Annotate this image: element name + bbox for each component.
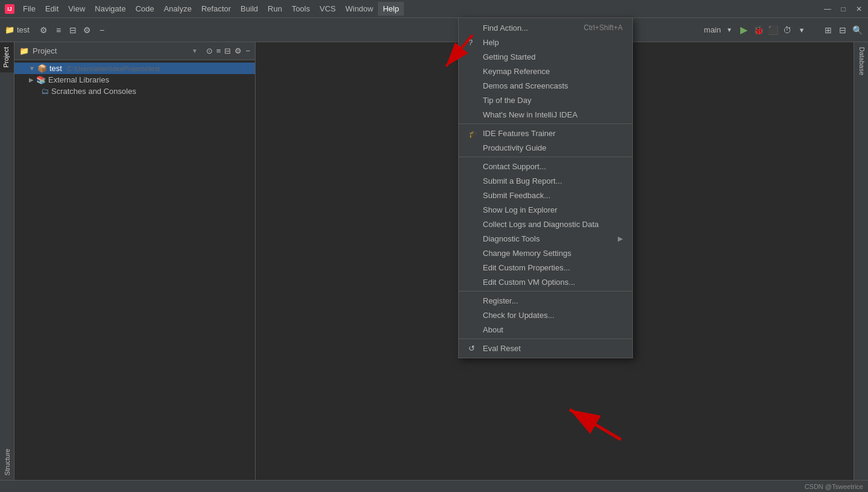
- menu-bar: File Edit View Navigate Code Analyze Ref…: [18, 2, 404, 16]
- app-logo: IJ: [5, 4, 14, 14]
- toolbar-minus-icon[interactable]: −: [96, 24, 108, 36]
- menu-run[interactable]: Run: [263, 2, 287, 16]
- menu-help[interactable]: Help: [378, 2, 404, 16]
- edit-vm-label: Edit Custom VM Options...: [483, 278, 575, 287]
- close-button[interactable]: ✕: [855, 5, 863, 13]
- menu-find-action[interactable]: Find Action... Ctrl+Shift+A: [459, 20, 632, 35]
- check-updates-label: Check for Updates...: [483, 311, 555, 320]
- split-layout-icon[interactable]: ⊟: [837, 24, 849, 36]
- panel-header: 📁 Project ▼ ⊙ ≡ ⊟ ⚙ −: [14, 42, 255, 60]
- menu-demos[interactable]: Demos and Screencasts: [459, 78, 632, 93]
- menu-contact-support[interactable]: Contact Support...: [459, 159, 632, 173]
- help-dropdown: Find Action... Ctrl+Shift+A ? Help Getti…: [458, 17, 633, 358]
- diagnostic-tools-label: Diagnostic Tools: [483, 234, 539, 243]
- minimize-button[interactable]: —: [823, 5, 832, 13]
- debug-button[interactable]: 🐞: [752, 24, 764, 36]
- panel-icon-scope[interactable]: ⊙: [206, 46, 213, 55]
- productivity-label: Productivity Guide: [483, 143, 547, 152]
- tree-item-scratches[interactable]: 🗂 Scratches and Consoles: [14, 86, 255, 97]
- menu-build[interactable]: Build: [236, 2, 263, 16]
- panel-icon-sort[interactable]: ≡: [216, 46, 221, 55]
- register-label: Register...: [483, 296, 518, 305]
- tree-item-external-libs[interactable]: ▶ 📚 External Libraries: [14, 74, 255, 86]
- menu-show-log[interactable]: Show Log in Explorer: [459, 202, 632, 217]
- menu-change-memory[interactable]: Change Memory Settings: [459, 246, 632, 260]
- contact-support-label: Contact Support...: [483, 162, 546, 171]
- toolbar: 📁 test ⚙ ≡ ⊟ ⚙ − main ▼ ▶ 🐞 ⬛ ⏱ ▼ ⊞ ⊟ 🔍: [0, 18, 868, 42]
- menu-collect-logs[interactable]: Collect Logs and Diagnostic Data: [459, 217, 632, 231]
- menu-about[interactable]: About: [459, 322, 632, 337]
- maximize-button[interactable]: □: [839, 5, 848, 13]
- tree-item-test[interactable]: ▼ 📦 test C:\Users\allen\IdeaProjects\tes…: [14, 63, 255, 74]
- toolbar-align-icon[interactable]: ≡: [52, 24, 64, 36]
- menu-tools[interactable]: Tools: [287, 2, 315, 16]
- menu-vcs[interactable]: VCS: [315, 2, 341, 16]
- menu-tip-of-day[interactable]: Tip of the Day: [459, 93, 632, 107]
- menu-submit-feedback[interactable]: Submit Feedback...: [459, 188, 632, 202]
- menu-submit-bug[interactable]: Submit a Bug Report...: [459, 173, 632, 188]
- menu-eval-reset[interactable]: ↺ Eval Reset: [459, 341, 632, 355]
- structure-tab[interactable]: Structure: [0, 444, 14, 480]
- menu-ide-features[interactable]: 🎓 IDE Features Trainer: [459, 126, 632, 140]
- menu-diagnostic-tools[interactable]: Diagnostic Tools ▶: [459, 231, 632, 246]
- eval-reset-label: Eval Reset: [483, 344, 521, 353]
- panel-icon-settings[interactable]: ⚙: [234, 46, 242, 55]
- getting-started-label: Getting Started: [483, 52, 535, 61]
- menu-file[interactable]: File: [18, 2, 40, 16]
- menu-getting-started[interactable]: Getting Started: [459, 49, 632, 64]
- search-everywhere-icon[interactable]: 🔍: [851, 24, 863, 36]
- status-bar: CSDN @Tsweetrice: [0, 480, 868, 492]
- keymap-label: Keymap Reference: [483, 67, 550, 76]
- project-name: test: [17, 25, 30, 34]
- menu-window[interactable]: Window: [341, 2, 378, 16]
- menu-code[interactable]: Code: [131, 2, 159, 16]
- change-memory-label: Change Memory Settings: [483, 249, 571, 258]
- toolbar-split-icon[interactable]: ⊟: [67, 24, 79, 36]
- menu-edit[interactable]: Edit: [40, 2, 63, 16]
- panel-icon-collapse[interactable]: ⊟: [224, 46, 231, 55]
- show-log-label: Show Log in Explorer: [483, 205, 558, 214]
- project-tree: ▼ 📦 test C:\Users\allen\IdeaProjects\tes…: [14, 60, 255, 480]
- coverage-button[interactable]: ⬛: [767, 24, 779, 36]
- tree-item-label: test: [49, 64, 62, 73]
- help-label: Help: [483, 38, 499, 47]
- menu-edit-custom-props[interactable]: Edit Custom Properties...: [459, 260, 632, 275]
- menu-analyze[interactable]: Analyze: [159, 2, 197, 16]
- project-window-icon[interactable]: ⊞: [822, 24, 834, 36]
- submenu-arrow: ▶: [618, 235, 623, 243]
- run-config-dropdown[interactable]: ▼: [723, 24, 735, 36]
- find-action-label: Find Action...: [483, 23, 528, 33]
- submit-feedback-label: Submit Feedback...: [483, 191, 550, 200]
- structure-tab-label: Structure: [4, 449, 11, 476]
- about-label: About: [483, 325, 503, 334]
- whats-new-label: What's New in IntelliJ IDEA: [483, 110, 577, 119]
- database-tab[interactable]: Database: [854, 42, 868, 80]
- separator-1: [459, 123, 632, 124]
- menu-refactor[interactable]: Refactor: [197, 2, 236, 16]
- menu-register[interactable]: Register...: [459, 293, 632, 308]
- panel-title: Project: [33, 46, 57, 55]
- menu-edit-vm-options[interactable]: Edit Custom VM Options...: [459, 275, 632, 289]
- toolbar-settings-icon[interactable]: ⚙: [38, 24, 50, 36]
- separator-3: [459, 291, 632, 291]
- module-icon: 📦: [37, 64, 47, 73]
- profile-button[interactable]: ⏱: [781, 24, 793, 36]
- eval-reset-icon: ↺: [468, 344, 480, 353]
- panel-dropdown-arrow[interactable]: ▼: [192, 48, 198, 54]
- menu-view[interactable]: View: [63, 2, 90, 16]
- toolbar-gear-icon[interactable]: ⚙: [81, 24, 93, 36]
- menu-productivity[interactable]: Productivity Guide: [459, 140, 632, 155]
- menu-whats-new[interactable]: What's New in IntelliJ IDEA: [459, 107, 632, 122]
- panel-icon-close[interactable]: −: [245, 46, 250, 55]
- menu-help[interactable]: ? Help: [459, 35, 632, 49]
- lib-icon: 📚: [36, 75, 46, 84]
- menu-check-updates[interactable]: Check for Updates...: [459, 308, 632, 322]
- main-layout: Project 📁 Project ▼ ⊙ ≡ ⊟ ⚙ − ▼ 📦 test C…: [0, 42, 868, 480]
- more-button[interactable]: ▼: [796, 24, 808, 36]
- project-tab[interactable]: Project: [0, 42, 14, 72]
- ide-features-label: IDE Features Trainer: [483, 129, 556, 138]
- run-button[interactable]: ▶: [738, 24, 750, 36]
- menu-keymap[interactable]: Keymap Reference: [459, 64, 632, 78]
- right-sidebar: Database: [854, 42, 868, 480]
- menu-navigate[interactable]: Navigate: [90, 2, 130, 16]
